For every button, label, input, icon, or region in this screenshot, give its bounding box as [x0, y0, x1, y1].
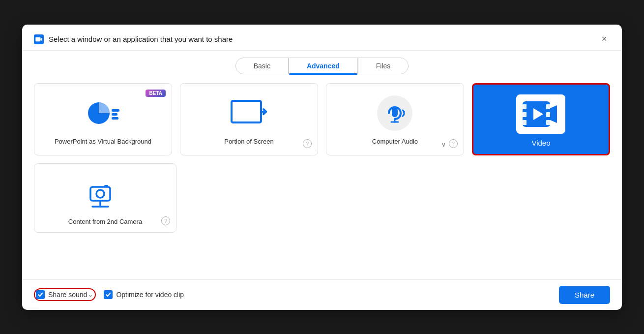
tab-advanced[interactable]: Advanced	[289, 58, 358, 74]
computer-audio-chevron-icon[interactable]: ∨	[441, 141, 446, 148]
svg-point-13	[403, 111, 405, 113]
video-icon	[519, 97, 563, 131]
optimize-checkbox-wrapper[interactable]: Optimize for video clip	[104, 290, 184, 299]
svg-rect-4	[112, 117, 118, 120]
share-sound-label: Share sound	[48, 291, 87, 299]
portion-screen-label: Portion of Screen	[224, 138, 273, 145]
powerpoint-label: PowerPoint as Virtual Background	[55, 138, 151, 145]
card-computer-audio[interactable]: Computer Audio ∨ ?	[326, 83, 464, 155]
zoom-logo-icon	[34, 34, 44, 44]
close-button[interactable]: ×	[598, 33, 610, 45]
check-icon	[37, 292, 43, 298]
optimize-checkbox[interactable]	[104, 290, 113, 299]
card-content-camera[interactable]: Content from 2nd Camera ?	[34, 163, 176, 233]
share-dialog: Select a window or an application that y…	[22, 25, 622, 310]
svg-rect-22	[90, 187, 110, 201]
svg-rect-16	[523, 112, 527, 117]
svg-rect-26	[104, 185, 108, 187]
video-icon-wrap	[516, 94, 565, 134]
share-button[interactable]: Share	[559, 286, 610, 304]
svg-rect-10	[392, 107, 398, 117]
beta-badge: BETA	[146, 90, 165, 97]
dialog-header: Select a window or an application that y…	[22, 25, 622, 51]
svg-rect-17	[523, 120, 527, 125]
computer-audio-question-icon[interactable]: ?	[449, 139, 458, 148]
cards-row-2: Content from 2nd Camera ?	[34, 163, 610, 233]
tab-basic[interactable]: Basic	[235, 58, 289, 74]
video-label: Video	[531, 139, 550, 147]
share-sound-checkbox[interactable]	[36, 290, 45, 299]
portion-screen-question-icon[interactable]: ?	[303, 139, 312, 148]
content-area: BETA PowerPoint as Virtual Background	[22, 74, 622, 279]
computer-audio-label: Computer Audio	[372, 138, 418, 145]
optimize-label: Optimize for video clip	[116, 291, 184, 299]
share-sound-checkbox-wrapper[interactable]: Share sound	[36, 290, 87, 299]
footer-left: Share sound ⌄ Optimize for video clip	[34, 288, 559, 301]
svg-rect-15	[523, 104, 527, 109]
card-video[interactable]: Video	[472, 83, 610, 155]
share-sound-dropdown-icon[interactable]: ⌄	[88, 291, 93, 298]
tab-active-indicator	[289, 73, 357, 75]
portion-screen-icon	[227, 96, 271, 130]
svg-rect-5	[232, 101, 261, 122]
computer-audio-icon	[375, 93, 414, 133]
content-camera-icon	[86, 176, 125, 211]
content-camera-question-icon[interactable]: ?	[161, 216, 170, 225]
tabs-bar: Basic Advanced Files	[22, 51, 622, 74]
share-sound-wrapper: Share sound ⌄	[34, 288, 96, 301]
svg-rect-3	[112, 113, 117, 116]
powerpoint-icon-wrap	[78, 93, 127, 133]
svg-rect-2	[112, 109, 119, 112]
powerpoint-icon	[83, 97, 122, 129]
svg-point-23	[96, 190, 104, 198]
computer-audio-icon-wrap	[370, 93, 419, 133]
dialog-title: Select a window or an application that y…	[49, 35, 593, 43]
content-camera-icon-wrap	[81, 174, 130, 213]
check-icon-2	[105, 292, 111, 298]
svg-rect-20	[546, 120, 550, 125]
portion-screen-icon-wrap	[224, 93, 273, 133]
cards-row-1: BETA PowerPoint as Virtual Background	[34, 83, 610, 155]
svg-rect-18	[546, 104, 550, 109]
card-portion-screen[interactable]: Portion of Screen ?	[180, 83, 318, 155]
svg-rect-19	[546, 112, 550, 117]
footer: Share sound ⌄ Optimize for video clip Sh…	[22, 279, 622, 310]
card-powerpoint[interactable]: BETA PowerPoint as Virtual Background	[34, 83, 172, 155]
content-camera-label: Content from 2nd Camera	[68, 218, 142, 225]
tab-files[interactable]: Files	[358, 58, 409, 74]
